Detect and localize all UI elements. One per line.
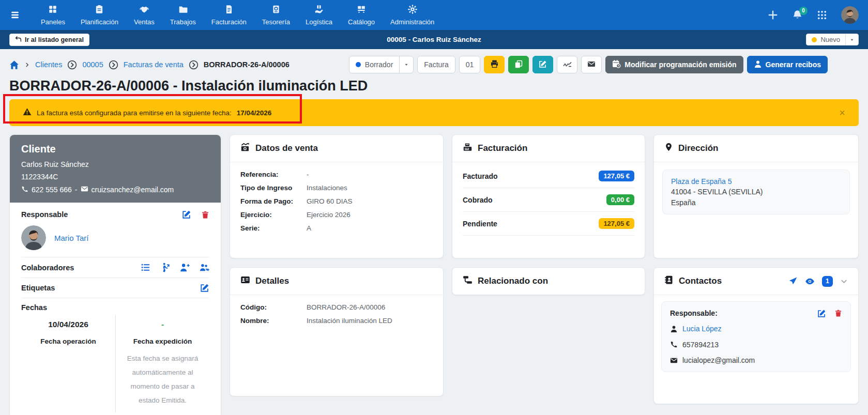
client-email[interactable]: cruizsanchez@email.com bbox=[92, 186, 174, 194]
field-label: Nombre: bbox=[240, 317, 307, 325]
menu-icon[interactable] bbox=[9, 9, 21, 21]
field-value: Instalación iluminación LED bbox=[307, 317, 433, 325]
person-icon bbox=[754, 60, 762, 70]
breadcrumb-link-clientes[interactable]: Clientes bbox=[35, 60, 62, 69]
nav-item-logistica[interactable]: Logística bbox=[298, 0, 340, 30]
email-button[interactable] bbox=[581, 56, 602, 73]
apps-grid-icon[interactable] bbox=[817, 10, 827, 20]
operation-date-label: Fecha operación bbox=[25, 337, 111, 345]
edit-tags-icon[interactable] bbox=[200, 283, 209, 293]
responsible-name-link[interactable]: Mario Tarí bbox=[54, 234, 88, 242]
back-arrow-icon bbox=[15, 36, 22, 44]
address-book-icon bbox=[664, 275, 674, 287]
nav-item-label: Paneles bbox=[41, 18, 65, 26]
planner-icon bbox=[95, 5, 104, 16]
notifications-bell-icon[interactable]: 0 bbox=[792, 10, 803, 21]
topbar-right: 0 bbox=[768, 6, 859, 24]
nav-item-catalogo[interactable]: Catálogo bbox=[340, 0, 383, 30]
reassign-person-icon[interactable] bbox=[160, 263, 170, 272]
main-nav: Paneles Planificación Ventas Trabajos Fa… bbox=[33, 0, 442, 30]
envelope-icon bbox=[81, 185, 88, 194]
expedition-date-block: - Fecha expedición Esta fecha se asignar… bbox=[115, 315, 209, 412]
nav-item-administracion[interactable]: Administración bbox=[383, 0, 442, 30]
operation-date-value: 10/04/2026 bbox=[25, 320, 111, 329]
breadcrumb-current: BORRADOR-26-A/00006 bbox=[204, 60, 290, 69]
breadcrumb-link-00005[interactable]: 00005 bbox=[82, 60, 103, 69]
nav-item-label: Trabajos bbox=[170, 18, 196, 26]
new-button[interactable]: Nuevo bbox=[806, 34, 859, 45]
field-value: Instalaciones bbox=[307, 184, 433, 192]
add-icon[interactable] bbox=[768, 10, 778, 20]
envelope-icon bbox=[587, 60, 596, 70]
client-tax-id: 11223344C bbox=[21, 173, 209, 181]
app-window: Paneles Planificación Ventas Trabajos Fa… bbox=[0, 0, 868, 415]
nav-item-facturacion[interactable]: Facturación bbox=[204, 0, 254, 30]
top-nav-bar: Paneles Planificación Ventas Trabajos Fa… bbox=[0, 0, 868, 30]
details-card: Detalles Código: BORRADOR-26-A/00006 Nom… bbox=[230, 267, 444, 396]
generate-receipts-button[interactable]: Generar recibos bbox=[747, 56, 828, 73]
address-card: Dirección Plaza de España 5 41004 - SEVI… bbox=[653, 134, 859, 258]
duplicate-button[interactable] bbox=[508, 56, 529, 73]
contact-phone[interactable]: 657894213 bbox=[682, 340, 719, 350]
edit-contact-icon[interactable] bbox=[817, 309, 826, 318]
page-title: BORRADOR-26-A/00006 - Instalación ilumin… bbox=[0, 78, 868, 94]
circle-chevron-icon bbox=[67, 60, 77, 70]
responsible-avatar[interactable] bbox=[21, 225, 46, 250]
home-icon[interactable] bbox=[9, 60, 19, 70]
circle-chevron-icon bbox=[109, 60, 118, 70]
nav-item-paneles[interactable]: Paneles bbox=[33, 0, 73, 30]
client-phone[interactable]: 622 555 666 bbox=[32, 186, 72, 194]
billing-label: Facturado bbox=[463, 172, 498, 180]
billing-rows: Facturado 127,05 € Cobrado 0,00 € Pendie… bbox=[452, 162, 645, 243]
add-person-icon[interactable] bbox=[180, 263, 190, 272]
print-button[interactable] bbox=[484, 56, 505, 73]
cash-register-icon bbox=[463, 142, 473, 155]
delete-contact-icon[interactable] bbox=[834, 309, 842, 317]
new-dropdown-toggle[interactable] bbox=[845, 34, 858, 45]
nav-item-label: Tesorería bbox=[262, 18, 290, 26]
nav-item-label: Ventas bbox=[134, 18, 155, 26]
nav-item-planificacion[interactable]: Planificación bbox=[73, 0, 126, 30]
collaborators-list-icon[interactable] bbox=[141, 263, 150, 272]
doc-number-button[interactable]: 01 bbox=[459, 56, 481, 73]
add-group-icon[interactable] bbox=[200, 263, 209, 272]
status-select[interactable]: Borrador bbox=[349, 56, 414, 73]
signature-button[interactable] bbox=[557, 56, 577, 73]
emission-alert: La factura está configurada para emitirs… bbox=[9, 99, 859, 126]
nav-item-trabajos[interactable]: Trabajos bbox=[162, 0, 204, 30]
nav-item-tesoreria[interactable]: Tesorería bbox=[254, 0, 298, 30]
column-sale: Datos de venta Referencia: - Tipo de Ing… bbox=[230, 134, 444, 396]
panels-grid-icon bbox=[48, 5, 57, 16]
nav-item-ventas[interactable]: Ventas bbox=[126, 0, 162, 30]
billing-card: Facturación Facturado 127,05 € Cobrado 0… bbox=[452, 134, 645, 258]
user-avatar[interactable] bbox=[841, 6, 859, 24]
contacts-count-badge[interactable]: 1 bbox=[822, 276, 833, 287]
contact-name-link[interactable]: Lucia López bbox=[682, 324, 722, 334]
doc-type-button[interactable]: Factura bbox=[417, 56, 455, 73]
sale-data-card-title: Datos de venta bbox=[255, 143, 318, 153]
address-street-link[interactable]: Plaza de España 5 bbox=[671, 177, 732, 186]
edit-responsible-icon[interactable] bbox=[182, 210, 191, 219]
alert-close-icon[interactable]: × bbox=[839, 107, 845, 118]
related-card: Relacionado con bbox=[452, 267, 645, 295]
chevron-down-icon[interactable] bbox=[840, 278, 848, 285]
field-label: Ejercicio: bbox=[240, 211, 307, 219]
address-country: España bbox=[671, 198, 695, 207]
divider bbox=[21, 257, 209, 257]
back-to-list-button[interactable]: Ir al listado general bbox=[9, 34, 89, 46]
eye-icon[interactable] bbox=[805, 276, 815, 286]
contact-email[interactable]: lucialopez@gmail.com bbox=[682, 355, 755, 365]
delete-responsible-icon[interactable] bbox=[201, 210, 209, 219]
related-card-title: Relacionado con bbox=[478, 276, 548, 286]
client-card-body: Responsable Mario Tarí C bbox=[10, 203, 221, 415]
edit-button[interactable] bbox=[532, 56, 553, 73]
status-dot-blue bbox=[356, 62, 361, 67]
generate-receipts-label: Generar recibos bbox=[766, 60, 821, 69]
send-icon[interactable] bbox=[788, 276, 798, 286]
address-box: Plaza de España 5 41004 - SEVILLA (SEVIL… bbox=[662, 170, 850, 214]
tags-label: Etiquetas bbox=[21, 284, 55, 292]
status-dropdown-toggle[interactable] bbox=[399, 56, 413, 73]
field-value: Ejercicio 2026 bbox=[307, 211, 433, 219]
modify-schedule-button[interactable]: Modificar programación emisión bbox=[605, 56, 743, 73]
breadcrumb-link-facturas[interactable]: Facturas de venta bbox=[124, 60, 184, 69]
